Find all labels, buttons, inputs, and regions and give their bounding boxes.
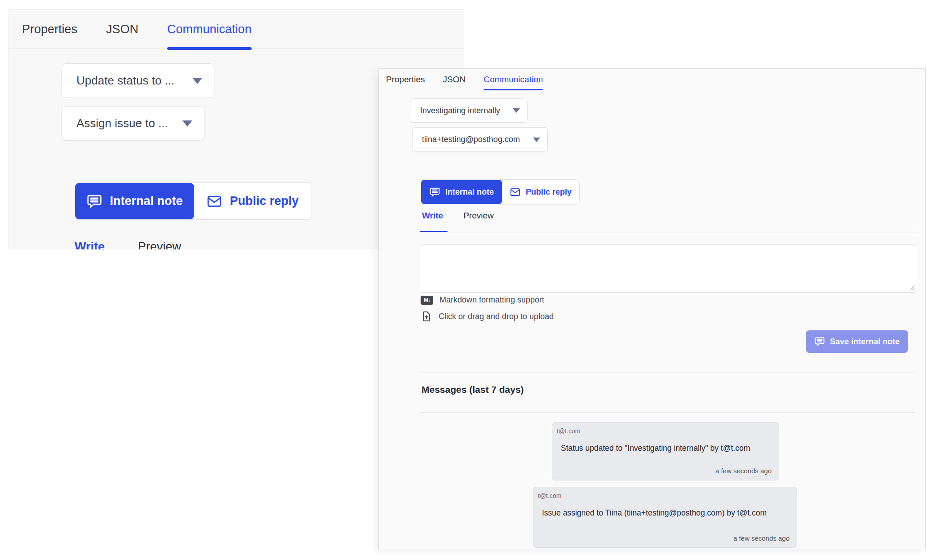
file-upload-icon bbox=[421, 311, 432, 322]
message-timestamp: a few seconds ago bbox=[715, 467, 772, 475]
divider bbox=[420, 412, 915, 413]
issue-detail-panel-right: Properties JSON Communication Investigat… bbox=[378, 68, 926, 549]
message-bubble: t@t.com Issue assigned to Tiina (tiina+t… bbox=[533, 487, 797, 548]
mail-icon bbox=[510, 187, 521, 198]
note-textarea[interactable] bbox=[420, 244, 917, 293]
internal-note-label: Internal note bbox=[110, 194, 182, 208]
message-body: Status updated to "Investigating interna… bbox=[561, 444, 772, 453]
chevron-down-icon bbox=[513, 108, 520, 113]
note-icon bbox=[86, 193, 102, 209]
divider bbox=[420, 232, 917, 232]
upload-hint-row[interactable]: Click or drag and drop to upload bbox=[421, 311, 554, 322]
chevron-down-icon bbox=[192, 78, 202, 84]
save-button-label: Save internal note bbox=[830, 337, 900, 347]
internal-note-button[interactable]: Internal note bbox=[75, 183, 194, 219]
chevron-down-icon bbox=[533, 138, 540, 142]
tab-preview[interactable]: Preview bbox=[138, 240, 181, 249]
message-sender: t@t.com bbox=[557, 427, 772, 435]
markdown-icon: M↓ bbox=[421, 296, 433, 305]
markdown-hint-row: M↓ Markdown formatting support bbox=[421, 295, 544, 305]
update-status-dropdown[interactable]: Investigating internally bbox=[411, 98, 528, 123]
tab-json[interactable]: JSON bbox=[443, 69, 466, 90]
page: Properties JSON Communication Update sta… bbox=[0, 0, 932, 560]
update-status-value: Update status to ... bbox=[76, 74, 174, 88]
public-reply-label: Public reply bbox=[526, 187, 572, 197]
editor-tabs: Write Preview bbox=[75, 240, 181, 249]
tab-preview[interactable]: Preview bbox=[463, 211, 494, 221]
assign-issue-value: Assign issue to ... bbox=[76, 116, 168, 130]
update-status-dropdown[interactable]: Update status to ... bbox=[62, 63, 214, 98]
messages-heading: Messages (last 7 days) bbox=[422, 384, 524, 395]
public-reply-button[interactable]: Public reply bbox=[194, 183, 311, 219]
tab-communication[interactable]: Communication bbox=[484, 69, 543, 90]
editor-tabs: Write Preview bbox=[422, 211, 494, 221]
update-status-value: Investigating internally bbox=[420, 106, 500, 116]
note-type-toggle: Internal note Public reply bbox=[421, 179, 580, 204]
assign-issue-value: tiina+testing@posthog.com bbox=[422, 135, 520, 144]
message-bubble: t@t.com Status updated to "Investigating… bbox=[552, 422, 779, 480]
tab-communication[interactable]: Communication bbox=[167, 10, 252, 49]
internal-note-label: Internal note bbox=[445, 187, 494, 197]
note-type-toggle: Internal note Public reply bbox=[75, 182, 311, 220]
tab-properties[interactable]: Properties bbox=[22, 10, 77, 49]
tab-properties[interactable]: Properties bbox=[386, 69, 425, 90]
save-internal-note-button[interactable]: Save internal note bbox=[806, 330, 908, 353]
message-sender: t@t.com bbox=[538, 492, 790, 499]
message-timestamp: a few seconds ago bbox=[733, 534, 790, 542]
public-reply-label: Public reply bbox=[230, 194, 298, 208]
markdown-hint-label: Markdown formatting support bbox=[439, 295, 544, 305]
public-reply-button[interactable]: Public reply bbox=[502, 180, 579, 204]
internal-note-button[interactable]: Internal note bbox=[421, 180, 502, 204]
chevron-down-icon bbox=[182, 120, 192, 127]
assign-issue-dropdown[interactable]: Assign issue to ... bbox=[62, 106, 204, 141]
assign-issue-dropdown[interactable]: tiina+testing@posthog.com bbox=[413, 127, 548, 152]
upload-hint-label: Click or drag and drop to upload bbox=[439, 312, 554, 321]
left-tab-bar: Properties JSON Communication bbox=[9, 10, 464, 49]
right-tab-bar: Properties JSON Communication bbox=[379, 69, 925, 90]
message-body: Issue assigned to Tiina (tiina+testing@p… bbox=[542, 508, 790, 518]
tab-write[interactable]: Write bbox=[422, 211, 443, 221]
note-icon bbox=[814, 336, 825, 347]
note-icon bbox=[429, 187, 440, 198]
tab-json[interactable]: JSON bbox=[106, 10, 138, 49]
divider bbox=[420, 373, 915, 373]
tab-write[interactable]: Write bbox=[75, 240, 105, 249]
mail-icon bbox=[206, 193, 222, 209]
